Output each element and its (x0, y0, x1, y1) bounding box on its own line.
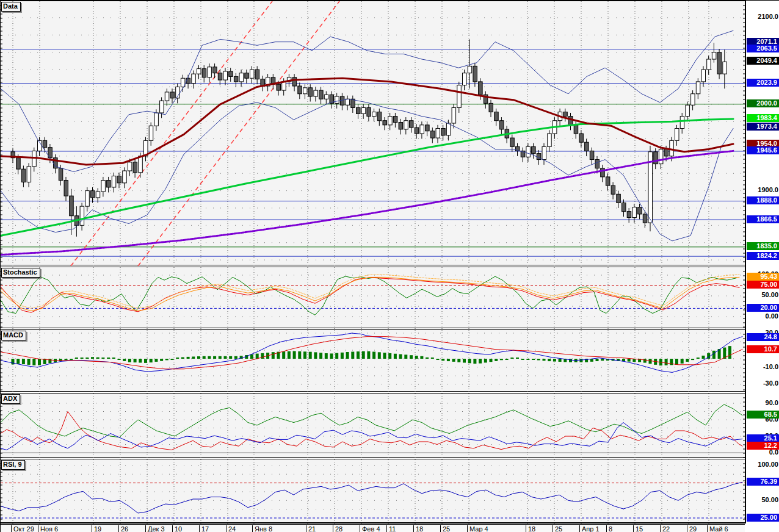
scale-value-badge: 68.5 (747, 411, 779, 419)
scale-value-badge: 2063.5 (747, 45, 779, 52)
candlestick (627, 212, 631, 218)
candlestick (569, 117, 573, 125)
macd-histogram-bar (250, 354, 253, 359)
trendline[interactable] (138, 1, 339, 266)
stochastic-panel[interactable]: Stochastic (1, 267, 745, 328)
bollinger-upper-line (1, 31, 733, 171)
scale-value-badge: 10.7 (747, 345, 779, 353)
macd-histogram-bar (426, 358, 429, 359)
macd-histogram-bar (601, 359, 604, 361)
macd-histogram-bar (415, 356, 418, 359)
candlestick (43, 140, 47, 147)
macd-panel-tab[interactable]: MACD (1, 331, 26, 340)
time-axis-label: 10 (172, 525, 182, 532)
macd-histogram-bar (441, 359, 444, 361)
scale-tick-label: 50.00 (746, 496, 778, 504)
candlestick (213, 67, 217, 73)
macd-histogram-bar (675, 359, 678, 365)
rsi-chart[interactable] (1, 459, 745, 523)
macd-histogram-bar (144, 359, 147, 363)
candlestick (463, 73, 467, 85)
rsi-panel[interactable]: RSI, 9 (1, 459, 745, 523)
macd-chart[interactable] (1, 330, 745, 392)
trendline[interactable] (71, 1, 272, 266)
macd-histogram-bar (367, 351, 370, 359)
scale-tick-label: -10.0 (746, 363, 778, 371)
candlestick (245, 73, 249, 79)
macd-histogram-bar (410, 355, 413, 359)
price-panel[interactable]: Data (1, 1, 745, 265)
candlestick (393, 117, 397, 123)
macd-histogram-bar (484, 359, 487, 362)
macd-histogram-bar (362, 351, 365, 359)
candlestick (277, 84, 281, 90)
scale-value-badge: 25.00 (747, 514, 779, 522)
adx-green-line (1, 404, 742, 437)
macd-histogram-bar (532, 359, 535, 360)
rsi-panel-tab[interactable]: RSI, 9 (1, 460, 25, 470)
candlestick (255, 70, 259, 79)
macd-histogram-bar (22, 359, 25, 364)
macd-histogram-bar (59, 359, 62, 361)
price-scale-column[interactable]: 2100.01900.02071.12063.52049.42023.92000… (745, 1, 779, 523)
stochastic-panel-tab[interactable]: Stochastic (1, 268, 40, 278)
charting-application-window: Data Stochastic MACD ADX RSI, 9 2100.019… (0, 0, 779, 532)
adx-panel-tab[interactable]: ADX (1, 394, 20, 404)
candlestick (197, 69, 201, 74)
macd-histogram-bar (27, 359, 31, 365)
macd-histogram-bar (171, 359, 174, 360)
candlestick (415, 128, 419, 134)
macd-histogram-bar (293, 351, 296, 359)
candlestick (117, 176, 121, 182)
macd-histogram-bar (404, 354, 407, 359)
macd-histogram-bar (505, 359, 509, 360)
time-axis-label: 18 (526, 525, 535, 532)
macd-histogram-bar (272, 352, 275, 359)
scale-tick-label: 1900.0 (746, 186, 778, 194)
candlestick (383, 121, 387, 125)
candlestick (526, 146, 531, 157)
scale-value-badge: 1866.5 (747, 215, 779, 223)
scale-value-badge: 1824.2 (747, 252, 779, 260)
candlestick (659, 149, 663, 164)
time-axis-label: 18 (413, 525, 423, 532)
macd-histogram-bar (288, 351, 291, 359)
macd-histogram-bar (341, 353, 344, 359)
time-axis-label: 21 (306, 525, 316, 532)
price-chart[interactable] (1, 1, 745, 266)
time-axis-label: 26 (118, 525, 128, 532)
macd-histogram-bar (32, 359, 35, 365)
candlestick (664, 149, 668, 156)
candlestick (85, 191, 90, 207)
candlestick (441, 128, 446, 135)
time-axis[interactable]: Окт 29Ноя 61926Дек 3101724Янв 82128Фев 4… (1, 523, 745, 532)
macd-panel[interactable]: MACD (1, 329, 745, 392)
adx-chart[interactable] (1, 394, 745, 458)
macd-histogram-bar (234, 356, 237, 359)
candlestick (234, 76, 238, 82)
candlestick (202, 69, 206, 77)
price-panel-tab[interactable]: Data (1, 2, 21, 12)
macd-histogram-bar (516, 358, 519, 359)
scale-value-badge: 1945.6 (747, 146, 779, 154)
macd-histogram-bar (91, 357, 94, 359)
scale-value-badge: 1835.0 (747, 242, 779, 250)
adx-panel[interactable]: ADX (1, 393, 745, 458)
macd-histogram-bar (165, 359, 168, 360)
stochastic-chart[interactable] (1, 267, 745, 329)
candlestick (335, 96, 339, 103)
candlestick (430, 131, 435, 138)
candlestick (707, 59, 711, 70)
scale-value-badge: 1983.4 (747, 114, 779, 122)
macd-histogram-bar (579, 359, 582, 362)
candlestick (510, 138, 515, 146)
macd-histogram-bar (314, 352, 317, 359)
time-axis-label: Окт 29 (11, 525, 34, 532)
macd-histogram-bar (351, 352, 354, 359)
candlestick (617, 194, 621, 203)
scale-value-badge: 20.00 (747, 304, 779, 312)
candlestick (499, 121, 504, 129)
macd-histogram-bar (553, 359, 556, 362)
scale-tick-label: 2100.0 (746, 13, 778, 21)
macd-histogram-bar (48, 359, 51, 363)
